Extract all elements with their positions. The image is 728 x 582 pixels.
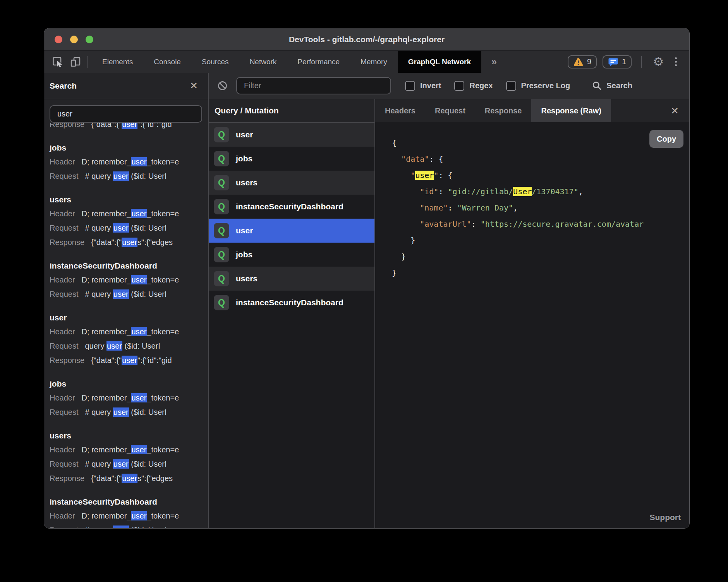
result-line-label: Response: [50, 356, 84, 365]
match-highlight: user: [113, 459, 129, 469]
match-highlight: user: [113, 289, 129, 299]
response-tab-response-raw[interactable]: Response (Raw): [531, 99, 611, 122]
result-line-label: Request: [50, 460, 79, 468]
search-result-line[interactable]: Response{"data":{"users":{"edges: [50, 471, 208, 486]
checkbox-invert[interactable]: Invert: [405, 81, 441, 91]
minimize-window-button[interactable]: [70, 36, 78, 43]
search-result-line[interactable]: HeaderD; remember_user_token=e: [50, 155, 208, 169]
search-result-group-instancesecuritydashboard: instanceSecurityDashboard: [50, 258, 208, 273]
search-result-line[interactable]: Request# query user ($id: UserI: [50, 457, 208, 471]
tab-console[interactable]: Console: [143, 51, 191, 73]
query-item-user[interactable]: Quser: [209, 219, 374, 243]
response-tab-headers[interactable]: Headers: [375, 99, 425, 122]
result-line-value: # query user ($id: UserI: [85, 223, 167, 233]
search-result-line[interactable]: Response{"data":{"users":{"edges: [50, 235, 208, 250]
panel-columns: Query / Mutation QuserQjobsQusersQinstan…: [209, 99, 689, 528]
response-tab-response[interactable]: Response: [475, 99, 532, 122]
json-search-highlight: user: [415, 171, 434, 180]
search-result-line[interactable]: HeaderD; remember_user_token=e: [50, 391, 208, 405]
json-line: "avatarUrl": "https://secure.gravatar.co…: [392, 216, 689, 232]
inspect-element-icon[interactable]: [52, 56, 64, 68]
devtools-toolbar: ElementsConsoleSourcesNetworkPerformance…: [44, 51, 689, 73]
result-line-label: Header: [50, 157, 75, 166]
result-line-label: Response: [50, 238, 84, 246]
messages-badge[interactable]: 1: [603, 55, 632, 68]
device-toolbar-icon[interactable]: [70, 56, 81, 68]
close-window-button[interactable]: [55, 36, 62, 43]
result-line-label: Request: [50, 224, 79, 232]
tab-memory[interactable]: Memory: [350, 51, 398, 73]
message-bubble-icon: [608, 57, 618, 67]
settings-gear-icon[interactable]: ⚙: [651, 56, 665, 68]
checkbox-preserve-log[interactable]: Preserve Log: [506, 81, 570, 91]
search-result-line[interactable]: HeaderD; remember_user_token=e: [50, 509, 208, 523]
json-line: }: [392, 265, 689, 281]
checkbox-box-preserve-log[interactable]: [506, 81, 516, 91]
more-tabs-button[interactable]: »: [481, 51, 507, 73]
search-result-line[interactable]: Request# query user ($id: UserI: [50, 405, 208, 419]
query-item-user[interactable]: Quser: [209, 123, 374, 147]
tab-elements[interactable]: Elements: [92, 51, 143, 73]
checkbox-label-preserve-log: Preserve Log: [521, 81, 570, 90]
search-result-line[interactable]: Response{"data":{"user":{"id":"gid: [50, 123, 208, 132]
search-result-line[interactable]: Response{"data":{"user":{"id":"gid: [50, 353, 208, 368]
match-highlight: user: [113, 407, 129, 417]
search-result-line[interactable]: HeaderD; remember_user_token=e: [50, 443, 208, 457]
checkbox-box-invert[interactable]: [405, 81, 415, 91]
response-body: { "data": { "user": { "id": "gid://gitla…: [375, 122, 689, 528]
tab-performance[interactable]: Performance: [287, 51, 350, 73]
search-result-line[interactable]: HeaderD; remember_user_token=e: [50, 273, 208, 287]
query-item-jobs[interactable]: Qjobs: [209, 243, 374, 267]
query-type-icon: Q: [214, 175, 229, 190]
search-result-line[interactable]: Request# query user ($id: UserI: [50, 287, 208, 301]
query-item-users[interactable]: Qusers: [209, 267, 374, 291]
search-button-label: Search: [606, 81, 632, 90]
search-input[interactable]: [50, 105, 202, 123]
query-item-users[interactable]: Qusers: [209, 171, 374, 195]
copy-button[interactable]: Copy: [649, 130, 683, 148]
query-item-label: users: [236, 178, 258, 187]
search-result-line[interactable]: Requestquery user ($id: UserI: [50, 339, 208, 353]
query-item-label: instanceSecurityDashboard: [236, 202, 343, 211]
kebab-menu-icon[interactable]: [671, 57, 681, 66]
response-panel: HeadersRequestResponseResponse (Raw)✕ { …: [375, 99, 689, 528]
response-panel-close[interactable]: ✕: [660, 99, 689, 122]
response-tab-request[interactable]: Request: [425, 99, 475, 122]
match-highlight: user: [131, 275, 147, 284]
result-line-label: Request: [50, 526, 79, 528]
support-link[interactable]: Support: [650, 513, 681, 522]
query-item-instancesecuritydashboard[interactable]: QinstanceSecurityDashboard: [209, 195, 374, 219]
search-result-group-user: user: [50, 310, 208, 325]
search-result-line[interactable]: Request# query user ($id: UserI: [50, 523, 208, 528]
warning-count: 9: [587, 57, 591, 66]
result-line-value: {"data":{"users":{"edges: [91, 474, 173, 483]
zoom-window-button[interactable]: [86, 36, 93, 43]
json-line: {: [392, 135, 689, 151]
result-line-value: {"data":{"users":{"edges: [91, 238, 173, 247]
tab-sources[interactable]: Sources: [191, 51, 239, 73]
search-result-line[interactable]: Request# query user ($id: UserI: [50, 221, 208, 235]
checkbox-box-regex[interactable]: [454, 81, 464, 91]
query-type-icon: Q: [214, 223, 229, 238]
filter-input[interactable]: [236, 77, 391, 94]
query-type-icon: Q: [214, 151, 229, 166]
search-result-line[interactable]: HeaderD; remember_user_token=e: [50, 207, 208, 221]
search-result-line[interactable]: Request# query user ($id: UserI: [50, 169, 208, 183]
filter-search-button[interactable]: Search: [592, 80, 632, 91]
search-panel-close-icon[interactable]: ✕: [190, 81, 198, 91]
query-item-jobs[interactable]: Qjobs: [209, 147, 374, 171]
match-highlight: user: [113, 171, 129, 181]
search-result-group-instancesecuritydashboard: instanceSecurityDashboard: [50, 495, 208, 509]
query-item-instancesecuritydashboard[interactable]: QinstanceSecurityDashboard: [209, 291, 374, 315]
clear-block-icon[interactable]: [217, 80, 228, 91]
response-panel-close-icon[interactable]: ✕: [671, 106, 679, 116]
search-result-line[interactable]: HeaderD; remember_user_token=e: [50, 325, 208, 339]
match-highlight: user: [131, 157, 147, 166]
search-panel-title: Search: [50, 81, 77, 91]
checkbox-regex[interactable]: Regex: [454, 81, 493, 91]
warnings-badge[interactable]: 9: [568, 55, 597, 68]
tab-network[interactable]: Network: [239, 51, 287, 73]
response-tabs: HeadersRequestResponseResponse (Raw)✕: [375, 99, 689, 122]
tab-graphql-network[interactable]: GraphQL Network: [398, 51, 481, 73]
toolbar-left: [44, 51, 84, 73]
